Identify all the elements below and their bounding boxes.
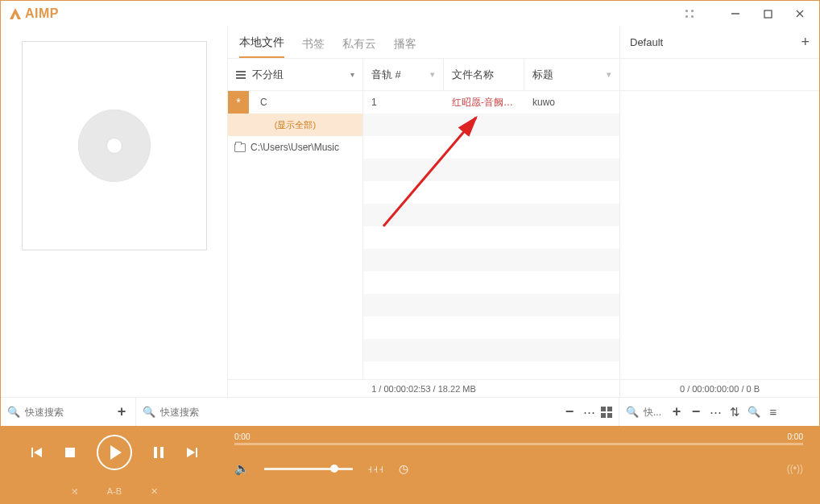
progress-area: 0:00 0:00 🔈 ⫞⫞⫞ ◷ ((•)) — [228, 426, 819, 503]
folder-music-path: C:\Users\User\Music — [251, 142, 339, 153]
playlist-toolbar — [620, 59, 819, 91]
play-button[interactable] — [97, 435, 132, 470]
timer-button[interactable]: ◷ — [399, 462, 408, 475]
search-row: 🔍 + 🔍 − ⋯ 🔍 + − ⋯ ⇅ 🔍 ≡ — [1, 397, 819, 426]
album-art-placeholder — [22, 41, 207, 250]
column-filename-label: 文件名称 — [452, 68, 494, 82]
playlist-name[interactable]: Default — [630, 36, 663, 48]
app-window: AIMP 本地文件 书签 私有云 播客 — [0, 0, 820, 504]
search-left: 🔍 + — [1, 398, 136, 426]
folder-show-all[interactable]: (显示全部) — [228, 114, 362, 136]
shuffle-button[interactable]: ⤨ — [71, 486, 78, 497]
star-icon: * — [228, 91, 249, 114]
folder-icon — [234, 143, 246, 152]
search-right: 🔍 + − ⋯ ⇅ 🔍 ≡ — [619, 398, 819, 426]
track-filename: 红昭愿-音阙诗听... — [444, 96, 524, 109]
minimize-button[interactable] — [727, 6, 743, 22]
disc-icon — [78, 109, 151, 182]
stop-button[interactable] — [64, 447, 76, 458]
close-button[interactable] — [792, 6, 808, 22]
column-filename[interactable]: 文件名称 — [444, 59, 524, 90]
more-button[interactable]: ⋯ — [708, 405, 723, 419]
chevron-down-icon: ▾ — [350, 70, 354, 79]
svg-rect-8 — [196, 448, 197, 457]
maximize-button[interactable] — [760, 6, 776, 22]
tab-bookmarks[interactable]: 书签 — [302, 37, 325, 58]
menu-button[interactable]: ≡ — [766, 405, 781, 419]
center-stats: 1 / 00:00:02:53 / 18.22 MB — [228, 379, 619, 397]
track-number: 1 — [363, 97, 444, 108]
time-elapsed: 0:00 — [234, 432, 250, 441]
left-panel — [1, 27, 228, 397]
folder-music[interactable]: C:\Users\User\Music — [228, 136, 362, 159]
radio-icon[interactable]: ((•)) — [787, 463, 803, 474]
transport-controls: ⤨ A-B ✕ — [1, 426, 228, 503]
search-icon: 🔍 — [7, 406, 20, 418]
search-icon: 🔍 — [143, 406, 155, 418]
play-icon — [110, 445, 122, 460]
remove-button[interactable]: − — [562, 403, 577, 420]
progress-slider[interactable] — [234, 443, 803, 445]
folder-tree: * C (显示全部) C:\Users\User\Music — [228, 91, 363, 379]
folder-favorites[interactable]: * C — [228, 91, 362, 114]
search-center: 🔍 − ⋯ — [136, 398, 619, 426]
grid-view-icon[interactable] — [601, 407, 612, 418]
equalizer-button[interactable]: ⫞⫞⫞ — [367, 462, 384, 475]
folder-favorites-label: C — [254, 97, 267, 108]
ab-repeat-button[interactable]: A-B — [107, 486, 122, 496]
album-art-container — [1, 27, 227, 250]
logo-icon — [7, 6, 23, 22]
add-playlist-button[interactable]: + — [801, 34, 810, 51]
more-button[interactable]: ⋯ — [582, 405, 596, 419]
volume-icon[interactable]: 🔈 — [234, 461, 250, 476]
track-list: 1 红昭愿-音阙诗听... kuwo — [363, 91, 619, 379]
search-input-center[interactable] — [160, 407, 557, 418]
next-button[interactable] — [185, 446, 198, 459]
add-button[interactable]: + — [114, 403, 129, 420]
center-panel: 本地文件 书签 私有云 播客 不分组 ▾ 音轨 # ▾ 文件名称 — [228, 27, 619, 397]
search-button[interactable]: 🔍 — [747, 406, 761, 418]
search-icon: 🔍 — [626, 406, 639, 418]
group-label: 不分组 — [252, 68, 284, 82]
svg-rect-4 — [31, 448, 33, 457]
body: 本地文件 书签 私有云 播客 不分组 ▾ 音轨 # ▾ 文件名称 — [1, 27, 819, 397]
show-all-label: (显示全部) — [275, 119, 316, 131]
window-controls — [727, 6, 813, 22]
column-track[interactable]: 音轨 # ▾ — [363, 59, 444, 90]
right-stats: 0 / 00:00:00:00 / 0 B — [620, 379, 819, 397]
volume-slider[interactable] — [264, 468, 353, 470]
column-track-label: 音轨 # — [371, 68, 401, 82]
titlebar: AIMP — [1, 1, 819, 27]
remove-button[interactable]: − — [689, 403, 703, 420]
tab-private-cloud[interactable]: 私有云 — [342, 37, 376, 58]
svg-rect-5 — [65, 448, 75, 457]
search-input-right[interactable] — [644, 407, 665, 418]
crossfade-button[interactable]: ✕ — [151, 486, 158, 497]
track-row[interactable]: 1 红昭愿-音阙诗听... kuwo — [363, 91, 619, 114]
right-stats-text: 0 / 00:00:00:00 / 0 B — [680, 384, 760, 394]
add-button[interactable]: + — [669, 403, 684, 420]
time-total: 0:00 — [788, 432, 803, 441]
list-icon — [236, 71, 246, 79]
right-panel: Default + 0 / 00:00:00:00 / 0 B — [619, 27, 819, 397]
tab-local-files[interactable]: 本地文件 — [239, 35, 284, 58]
previous-button[interactable] — [31, 446, 43, 459]
tab-podcast[interactable]: 播客 — [394, 37, 416, 58]
pause-button[interactable] — [153, 446, 164, 459]
svg-rect-6 — [154, 447, 157, 458]
tabs: 本地文件 书签 私有云 播客 — [228, 27, 619, 59]
center-stats-text: 1 / 00:00:02:53 / 18.22 MB — [371, 384, 476, 394]
player-bar: ⤨ A-B ✕ 0:00 0:00 🔈 ⫞⫞⫞ ◷ ((•)) — [1, 426, 819, 503]
filter-icon: ▾ — [430, 69, 435, 80]
search-input-left[interactable] — [25, 407, 73, 418]
playlist-body — [620, 91, 819, 379]
app-logo: AIMP — [7, 6, 59, 22]
group-selector[interactable]: 不分组 ▾ — [228, 59, 363, 90]
column-title[interactable]: 标题 ▾ — [524, 59, 619, 90]
column-title-label: 标题 — [532, 68, 553, 82]
column-header-row: 不分组 ▾ 音轨 # ▾ 文件名称 标题 ▾ — [228, 59, 619, 91]
filter-icon: ▾ — [607, 69, 611, 80]
sort-button[interactable]: ⇅ — [727, 405, 742, 419]
drag-handle-icon[interactable] — [684, 8, 695, 19]
app-name: AIMP — [25, 6, 59, 21]
